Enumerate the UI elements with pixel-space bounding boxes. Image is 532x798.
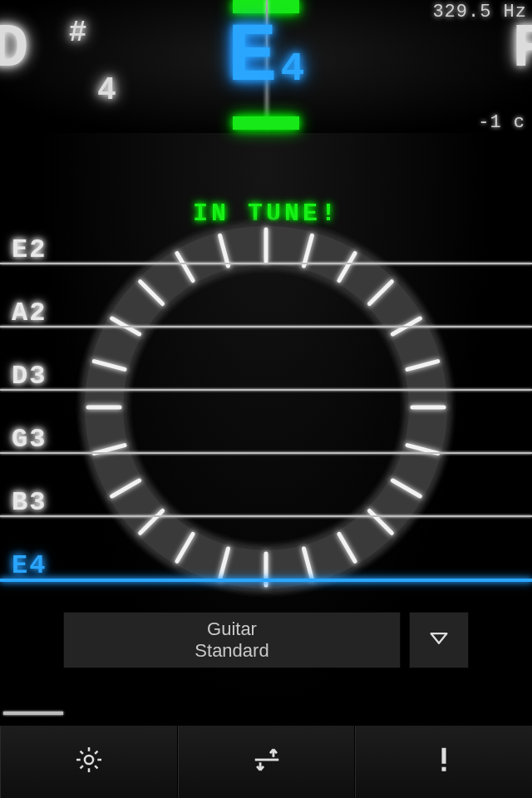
instrument-dropdown-button[interactable] — [409, 612, 469, 668]
string-line — [0, 579, 532, 582]
next-note-letter: F — [512, 14, 532, 84]
note-display: 329.5 Hz D # 4 E 4 F -1 c — [0, 0, 532, 133]
string-label: G3 — [12, 424, 47, 455]
cents-readout: -1 c — [478, 112, 525, 133]
tuning-mode-button[interactable] — [178, 726, 356, 798]
prev-note-letter: D — [0, 18, 28, 80]
instrument-line2: Standard — [195, 640, 268, 662]
prev-note-octave: 4 — [97, 75, 116, 106]
gauge-area: IN TUNE! E2A2D3G3B3E4 — [0, 133, 532, 615]
string-row-g3[interactable]: G3 — [0, 439, 532, 502]
string-list: E2A2D3G3B3E4 — [0, 249, 532, 628]
string-label: B3 — [12, 487, 47, 518]
string-line — [0, 326, 532, 328]
string-row-b3[interactable]: B3 — [0, 502, 532, 565]
current-note: E 4 — [228, 17, 305, 100]
instrument-button[interactable]: Guitar Standard — [63, 612, 401, 668]
current-note-letter: E — [228, 17, 278, 100]
exclaim-icon — [428, 744, 460, 780]
gear-icon — [73, 744, 105, 780]
string-line — [0, 452, 532, 454]
instrument-line1: Guitar — [207, 618, 257, 640]
indicator-bottom — [233, 116, 299, 130]
string-label: D3 — [12, 361, 47, 392]
prev-note-accidental: # — [69, 18, 87, 48]
settings-button[interactable] — [0, 726, 178, 798]
string-row-e2[interactable]: E2 — [0, 249, 532, 313]
string-line — [0, 263, 532, 264]
svg-point-50 — [85, 756, 93, 764]
next-note: F — [512, 18, 532, 80]
svg-rect-51 — [442, 748, 446, 764]
previous-note: D # 4 — [0, 18, 143, 80]
string-row-d3[interactable]: D3 — [0, 376, 532, 439]
string-label: E2 — [12, 234, 47, 265]
current-note-octave: 4 — [281, 47, 305, 91]
string-line — [0, 389, 532, 391]
instrument-selector: Guitar Standard — [63, 612, 469, 668]
bottom-nav — [0, 725, 532, 798]
progress-indicator — [3, 712, 63, 715]
chevron-down-icon — [427, 627, 451, 654]
string-label: A2 — [12, 298, 47, 328]
string-line — [0, 515, 532, 517]
info-button[interactable] — [355, 726, 532, 798]
string-row-a2[interactable]: A2 — [0, 313, 532, 376]
string-label: E4 — [12, 550, 47, 581]
arrows-icon — [251, 744, 283, 780]
svg-rect-52 — [442, 767, 446, 771]
